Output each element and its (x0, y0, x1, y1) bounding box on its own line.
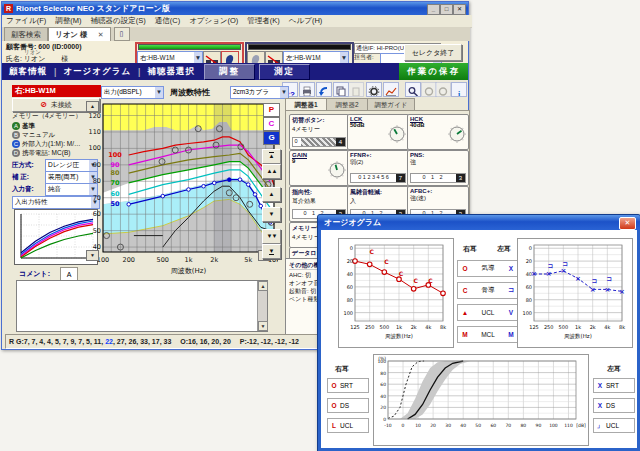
paste-icon[interactable] (348, 82, 364, 97)
output-unit-select[interactable]: 出力(dBSPL)▼ (101, 86, 164, 99)
device-group-right: ▼右:HB-W1M (135, 42, 244, 65)
svg-text:500: 500 (380, 324, 390, 330)
hck-knob[interactable] (448, 125, 466, 143)
minimize-button[interactable]: _ (427, 4, 440, 15)
sync-icon-2[interactable] (435, 82, 451, 97)
gain-down-button[interactable]: ▼ (262, 207, 281, 222)
svg-text:60: 60 (380, 382, 386, 387)
g-curve-button[interactable]: G (263, 131, 280, 145)
freq-response-chart[interactable]: 1009080706050905012011010090807060504010… (86, 100, 278, 278)
save-work-button[interactable]: 作業の保存 (399, 63, 468, 80)
svg-text:0: 0 (529, 245, 532, 251)
svg-text:40: 40 (380, 394, 386, 399)
settings-gear-icon[interactable] (366, 82, 382, 97)
popup-close-button[interactable]: ✕ (619, 217, 636, 230)
speech-left-head: 左耳 (607, 364, 621, 374)
selector-exit-button[interactable]: セレクタ終了 (404, 44, 462, 61)
svg-text:90: 90 (536, 423, 542, 428)
gain-big-down-button[interactable]: ▼▼ (262, 229, 281, 244)
svg-text:90: 90 (110, 161, 120, 169)
switch-button-cell[interactable]: 切替ボタン: 4メモリー 04 (289, 114, 349, 150)
coupler-select[interactable]: 2cm3カプラ▼ (230, 86, 289, 99)
pns-cell[interactable]: PNS: 強 0 1 23 (407, 150, 469, 186)
nav-item-ha-selection[interactable]: 補聴器選択 (140, 66, 202, 78)
info-icon[interactable]: i (451, 82, 467, 97)
svg-text:1k: 1k (185, 256, 193, 264)
menu-item-ha-settings[interactable]: 補聴器の設定(S) (91, 15, 146, 27)
svg-text:C: C (369, 248, 374, 255)
menu-item-file[interactable]: ファイル(F) (6, 15, 46, 27)
svg-text:×: × (546, 270, 552, 278)
search-icon[interactable] (405, 82, 421, 97)
nav-item-adjust[interactable]: 調整 (204, 64, 255, 80)
svg-text:60: 60 (347, 284, 353, 290)
hck-cell[interactable]: HCK 40dB (407, 114, 469, 150)
svg-text:200: 200 (123, 256, 135, 264)
nav-item-measure[interactable]: 測定 (259, 64, 310, 80)
svg-text:4k: 4k (604, 324, 610, 330)
left-ear-audiogram-chart[interactable]: ×××××××ココココ0204060801001252505001k2k4k8k… (518, 239, 630, 345)
svg-text:×: × (604, 286, 610, 294)
menu-item-adjust[interactable]: 調整(M) (55, 15, 81, 27)
svg-text:10: 10 (415, 423, 421, 428)
copy-icon[interactable] (333, 82, 349, 97)
svg-text:コ: コ (562, 260, 568, 267)
scroll-down-icon[interactable]: ▼ (258, 321, 268, 331)
comment-scrollbar[interactable]: ▲ ▼ (257, 281, 267, 331)
legend-row-air: O気導X (457, 260, 519, 277)
fitting-chart-icon[interactable] (383, 82, 399, 97)
comment-textarea[interactable]: ▲ ▼ (16, 280, 268, 332)
svg-text:100: 100 (522, 310, 532, 316)
svg-text:60: 60 (110, 190, 120, 198)
speech-right-ucl: LUCL (327, 418, 369, 433)
svg-text:80: 80 (380, 371, 386, 376)
tab-close-icon[interactable]: ✕ (98, 31, 104, 38)
svg-text:4k: 4k (425, 324, 431, 330)
lck-knob[interactable] (388, 125, 406, 143)
svg-text:8k: 8k (619, 324, 625, 330)
tab-customer-search[interactable]: 顧客検索 (4, 27, 48, 41)
svg-text:20: 20 (380, 405, 386, 410)
print-icon[interactable] (299, 82, 315, 97)
comment-tab[interactable]: A (60, 267, 78, 281)
nav-item-audiogram[interactable]: オージオグラム (56, 66, 138, 78)
lck-cell[interactable]: LCK 50dB (347, 114, 409, 150)
svg-text:125: 125 (529, 324, 539, 330)
gain-max-up-button[interactable]: ▲ (262, 149, 281, 164)
svg-text:周波数(Hz): 周波数(Hz) (564, 333, 592, 340)
menu-item-options[interactable]: オプション(O) (189, 15, 238, 27)
gain-min-down-button[interactable]: ▼ (262, 244, 281, 259)
legend-row-mcl: MMCLM (457, 326, 519, 343)
svg-text:20: 20 (526, 258, 532, 264)
undo-icon[interactable] (316, 82, 332, 97)
speech-left-ds: XDS (593, 398, 635, 413)
selected-device-header: 右:HB-W1M (12, 85, 101, 97)
right-ear-audiogram-chart[interactable]: CCCCC0204060801001252505001k2k4k8k周波数(Hz… (339, 239, 451, 345)
scale-down-button[interactable]: ▼ (86, 250, 99, 261)
title-bar[interactable]: R Rionet Selector NEO スタンドアローン版 _ □ ✕ (2, 2, 468, 15)
maximize-button[interactable]: □ (440, 4, 453, 15)
c-curve-button[interactable]: C (263, 117, 280, 131)
gain-up-button[interactable]: ▲ (262, 187, 281, 202)
gain-big-up-button[interactable]: ▲▲ (262, 164, 281, 179)
ffnr-cell[interactable]: FFNR+: 弱(2) 0 1 2 3 4 5 67 (347, 150, 409, 186)
nav-item-customer-info[interactable]: 顧客情報 (2, 66, 54, 78)
menu-item-comm[interactable]: 通信(C) (155, 15, 180, 27)
speech-audiogram-chart[interactable]: 020406080100(%)-100102030405060708090100… (374, 355, 586, 443)
scroll-up-icon[interactable]: ▲ (258, 281, 268, 291)
svg-text:C: C (413, 277, 418, 284)
gain-knob[interactable] (328, 161, 346, 179)
tab-customer[interactable]: リオン 様✕ (48, 27, 111, 41)
speech-audiogram-box: 020406080100(%)-100102030405060708090100… (373, 354, 589, 446)
svg-text:(%): (%) (378, 356, 386, 361)
new-tab-button[interactable]: ▯ (114, 27, 130, 41)
p-curve-button[interactable]: P (263, 103, 280, 117)
menu-item-help[interactable]: ヘルプ(H) (289, 15, 322, 27)
svg-text:1k: 1k (575, 324, 581, 330)
audiogram-title-bar[interactable]: オージオグラム ✕ (318, 215, 640, 230)
gain-cell[interactable]: GAIN 9 (289, 150, 349, 186)
svg-text:80: 80 (526, 297, 532, 303)
menu-item-admin[interactable]: 管理者(K) (247, 15, 280, 27)
close-button[interactable]: ✕ (453, 4, 466, 15)
nav-bar: 顧客情報| オージオグラム| 補聴器選択 調整 測定 作業の保存 (2, 63, 468, 80)
